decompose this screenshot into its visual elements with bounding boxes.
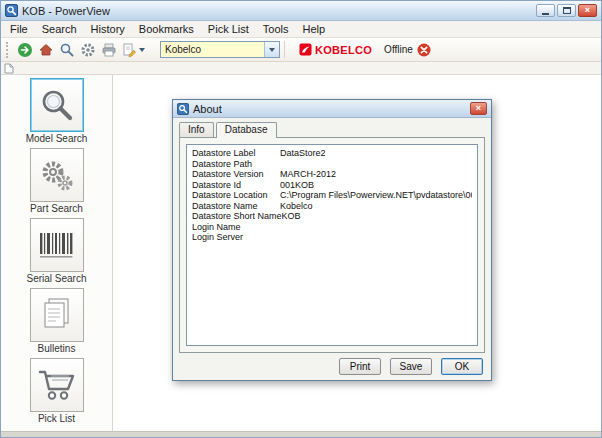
sidebar-item-part-search[interactable]: Part Search xyxy=(1,148,112,214)
settings-button[interactable] xyxy=(77,40,98,60)
sidebar-item-pick-list[interactable]: Pick List xyxy=(1,358,112,424)
field-label: Datastore Location xyxy=(192,190,280,201)
kobelco-logo-text: KOBELCO xyxy=(315,44,372,56)
sidebar-item-label: Serial Search xyxy=(1,273,112,284)
page-icon xyxy=(4,63,14,74)
field-label: Datastore Version xyxy=(192,169,280,180)
datastore-combobox[interactable]: Kobelco xyxy=(160,41,280,58)
info-row: Datastore Name Kobelco xyxy=(187,201,477,212)
field-value: Kobelco xyxy=(280,201,472,212)
minimize-button[interactable] xyxy=(536,4,555,17)
field-value: MARCH-2012 xyxy=(280,169,472,180)
go-icon xyxy=(17,42,33,58)
field-value: KOB xyxy=(282,211,472,222)
window-bottom-frame xyxy=(1,431,601,437)
app-window: KOB - PowerView × File Search History Bo… xyxy=(0,0,602,438)
info-row: Datastore Id 001KOB xyxy=(187,180,477,191)
maximize-button[interactable] xyxy=(557,4,576,17)
datastore-info-list: Datastore Label DataStore2 Datastore Pat… xyxy=(186,144,478,346)
bulletins-icon-box[interactable] xyxy=(30,288,84,342)
go-button[interactable] xyxy=(14,40,35,60)
field-label: Login Name xyxy=(192,222,280,233)
print-toolbar-button[interactable] xyxy=(98,40,119,60)
menu-pick-list[interactable]: Pick List xyxy=(201,22,256,36)
sidebar-item-label: Part Search xyxy=(1,203,112,214)
field-value: DataStore2 xyxy=(280,148,472,159)
menu-tools[interactable]: Tools xyxy=(256,22,296,36)
field-label: Datastore Label xyxy=(192,148,280,159)
app-icon xyxy=(5,4,18,17)
bulletins-documents-icon xyxy=(39,296,75,334)
part-search-icon-box[interactable] xyxy=(30,148,84,202)
toolbar-grip xyxy=(6,42,10,58)
home-button[interactable] xyxy=(35,40,56,60)
connection-status: Offline xyxy=(384,43,431,57)
kobelco-logo-mark-icon xyxy=(299,43,312,56)
toolbar: Kobelco KOBELCO Offline xyxy=(1,38,601,62)
dialog-close-button[interactable]: × xyxy=(470,102,487,115)
print-button[interactable]: Print xyxy=(339,358,381,375)
window-title: KOB - PowerView xyxy=(22,5,536,17)
field-label: Datastore Id xyxy=(192,180,280,191)
pick-list-icon-box[interactable] xyxy=(30,358,84,412)
barcode-icon xyxy=(38,230,76,260)
sidebar-item-serial-search[interactable]: Serial Search xyxy=(1,218,112,284)
offline-status-label: Offline xyxy=(384,44,413,55)
dialog-titlebar[interactable]: About × xyxy=(173,100,491,118)
sidebar-item-bulletins[interactable]: Bulletins xyxy=(1,288,112,354)
menu-bookmarks[interactable]: Bookmarks xyxy=(132,22,201,36)
database-tab-panel: Datastore Label DataStore2 Datastore Pat… xyxy=(179,137,485,353)
edit-icon xyxy=(121,42,137,58)
search-icon xyxy=(59,42,75,58)
gear-icon xyxy=(80,42,96,58)
kobelco-logo: KOBELCO xyxy=(299,43,372,56)
save-button[interactable]: Save xyxy=(390,358,432,375)
home-icon xyxy=(38,42,54,58)
chevron-down-icon xyxy=(269,48,275,52)
field-value xyxy=(280,222,472,233)
dialog-tabs: Info Database xyxy=(173,118,491,137)
info-row: Login Name xyxy=(187,222,477,233)
dialog-icon xyxy=(177,103,189,115)
info-row: Datastore Path xyxy=(187,159,477,170)
sidebar-item-label: Bulletins xyxy=(1,343,112,354)
info-row: Login Server xyxy=(187,232,477,243)
info-row: Datastore Location C:\Program Files\Powe… xyxy=(187,190,477,201)
sidebar-item-label: Pick List xyxy=(1,413,112,424)
field-label: Login Server xyxy=(192,232,280,243)
model-search-icon-box[interactable] xyxy=(30,78,84,132)
combobox-arrow-button[interactable] xyxy=(264,42,279,57)
field-label: Datastore Name xyxy=(192,201,280,212)
combobox-value: Kobelco xyxy=(161,44,264,55)
search-button[interactable] xyxy=(56,40,77,60)
info-row: Datastore Short Name KOB xyxy=(187,211,477,222)
serial-search-icon-box[interactable] xyxy=(30,218,84,272)
sidebar-item-model-search[interactable]: Model Search xyxy=(1,78,112,144)
titlebar[interactable]: KOB - PowerView × xyxy=(1,1,601,21)
window-controls: × xyxy=(536,4,597,17)
field-value: C:\Program Files\Powerview.NET\pvdatasto… xyxy=(280,190,472,201)
ok-button[interactable]: OK xyxy=(441,358,483,375)
tab-database[interactable]: Database xyxy=(216,122,277,138)
field-value: 001KOB xyxy=(280,180,472,191)
close-button[interactable]: × xyxy=(578,4,597,17)
menu-file[interactable]: File xyxy=(3,22,35,36)
edit-button[interactable] xyxy=(119,40,146,60)
tab-info[interactable]: Info xyxy=(179,122,214,137)
secondary-toolbar xyxy=(1,62,601,75)
sidebar-item-label: Model Search xyxy=(1,133,112,144)
menu-help[interactable]: Help xyxy=(296,22,333,36)
offline-icon xyxy=(417,43,431,57)
sidebar: Model Search Part Search Serial Search B… xyxy=(1,75,113,431)
dialog-title: About xyxy=(193,103,466,115)
menu-search[interactable]: Search xyxy=(35,22,84,36)
toolbar-separator xyxy=(284,41,285,58)
menu-history[interactable]: History xyxy=(84,22,132,36)
field-value xyxy=(280,159,472,170)
printer-icon xyxy=(101,42,117,58)
edit-dropdown-icon xyxy=(139,48,145,52)
maximize-icon xyxy=(563,7,571,14)
model-search-icon xyxy=(39,87,75,123)
dialog-button-row: Print Save OK xyxy=(173,353,491,380)
shopping-cart-icon xyxy=(37,367,77,403)
